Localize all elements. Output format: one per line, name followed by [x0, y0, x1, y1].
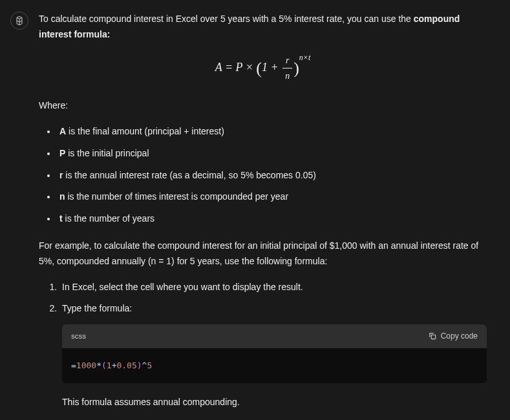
intro-text: To calculate compound interest in Excel …: [39, 14, 414, 24]
where-label: Where:: [39, 98, 487, 114]
variable-list: A is the final amount (principal + inter…: [39, 124, 487, 227]
code-block: scss Copy code =1000*(1+0.05)^5: [62, 324, 487, 383]
copy-icon: [428, 331, 437, 341]
formula-display: A = P × (1 + rn)n×t: [39, 53, 487, 85]
svg-rect-0: [431, 335, 435, 339]
steps-list: In Excel, select the cell where you want…: [39, 280, 487, 420]
intro-paragraph: To calculate compound interest in Excel …: [39, 12, 487, 43]
step-item: Press Enter.: [59, 416, 487, 420]
copy-code-button[interactable]: Copy code: [428, 330, 478, 342]
code-content: =1000*(1+0.05)^5: [62, 348, 487, 383]
message-content: To calculate compound interest in Excel …: [39, 12, 500, 420]
list-item: t is the number of years: [57, 211, 487, 227]
list-item: P is the initial principal: [57, 146, 487, 162]
list-item: r is the annual interest rate (as a deci…: [57, 168, 487, 184]
assistant-message: To calculate compound interest in Excel …: [0, 0, 510, 420]
assistant-avatar: [10, 12, 28, 30]
list-item: A is the final amount (principal + inter…: [57, 124, 487, 140]
step-item: In Excel, select the cell where you want…: [59, 280, 487, 295]
openai-icon: [14, 16, 25, 26]
example-paragraph: For example, to calculate the compound i…: [39, 238, 487, 269]
after-code-text: This formula assumes annual compounding.: [62, 397, 240, 407]
code-lang-label: scss: [71, 330, 86, 343]
code-header: scss Copy code: [62, 324, 487, 348]
list-item: n is the number of times interest is com…: [57, 189, 487, 205]
copy-label: Copy code: [441, 330, 478, 342]
step-item: Type the formula: scss Copy code =1000*(…: [59, 301, 487, 410]
